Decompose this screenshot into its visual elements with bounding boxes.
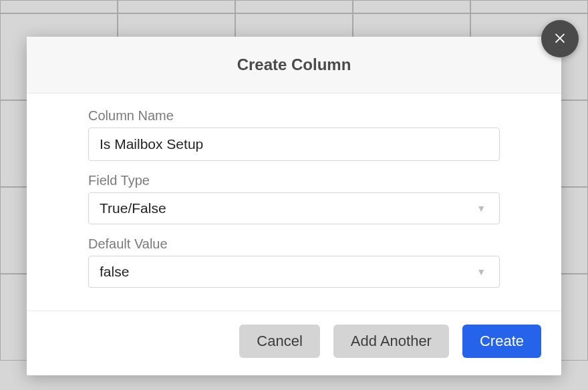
- chevron-down-icon: ▼: [476, 266, 486, 277]
- field-type-label: Field Type: [88, 173, 500, 188]
- close-button[interactable]: [541, 20, 579, 57]
- default-value-value: false: [100, 264, 129, 280]
- default-value-group: Default Value false ▼: [88, 236, 500, 288]
- column-name-label: Column Name: [88, 108, 500, 124]
- field-type-group: Field Type True/False ▼: [88, 173, 500, 224]
- modal-body: Column Name Field Type True/False ▼ Defa…: [27, 93, 561, 311]
- modal-title: Create Column: [40, 55, 548, 74]
- modal-header: Create Column: [27, 37, 561, 93]
- chevron-down-icon: ▼: [476, 203, 486, 214]
- column-name-group: Column Name: [88, 108, 500, 161]
- column-name-input[interactable]: [88, 128, 500, 161]
- default-value-select[interactable]: false ▼: [88, 256, 500, 288]
- cancel-button[interactable]: Cancel: [239, 325, 319, 358]
- create-button[interactable]: Create: [462, 325, 541, 358]
- close-icon: [553, 30, 567, 47]
- modal-footer: Cancel Add Another Create: [27, 311, 561, 375]
- field-type-value: True/False: [100, 200, 166, 216]
- create-column-modal: Create Column Column Name Field Type Tru…: [27, 37, 561, 375]
- add-another-button[interactable]: Add Another: [333, 325, 449, 358]
- default-value-label: Default Value: [88, 236, 500, 252]
- field-type-select[interactable]: True/False ▼: [88, 192, 500, 224]
